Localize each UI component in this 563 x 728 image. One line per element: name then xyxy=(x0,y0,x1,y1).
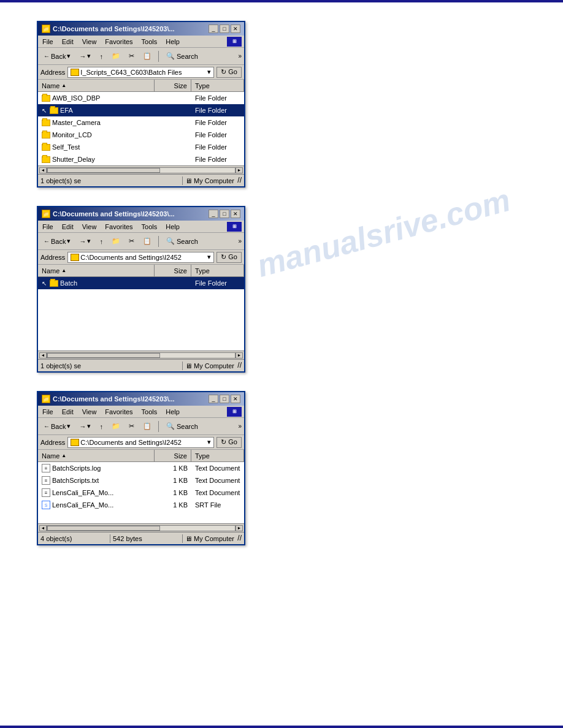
menu-view-2[interactable]: View xyxy=(80,222,99,231)
maximize-button-2[interactable]: □ xyxy=(220,210,229,218)
file-name: Self_Test xyxy=(52,143,80,151)
file-name: BatchScripts.txt xyxy=(52,477,99,484)
menu-file-1[interactable]: File xyxy=(40,37,55,46)
minimize-button-2[interactable]: _ xyxy=(209,210,218,218)
minimize-button-3[interactable]: _ xyxy=(209,395,218,403)
forward-dropdown-1[interactable]: ▾ xyxy=(87,52,91,60)
resize-grip-1[interactable]: // xyxy=(234,177,242,184)
maximize-button-1[interactable]: □ xyxy=(220,25,229,33)
toolbar-more-3[interactable]: » xyxy=(238,423,242,430)
address-input-2[interactable]: C:\Documents and Settings\I2452 ▾ xyxy=(67,252,214,263)
up-button-2[interactable]: ↑ xyxy=(96,235,106,248)
h-scrollbar-3[interactable] xyxy=(47,525,236,531)
scroll-left-1[interactable]: ◄ xyxy=(39,167,47,173)
menu-file-2[interactable]: File xyxy=(40,222,55,231)
folders-button-2[interactable]: 📁 xyxy=(109,235,123,248)
forward-button-1[interactable]: → ▾ xyxy=(76,50,94,63)
menu-help-1[interactable]: Help xyxy=(164,37,182,46)
back-button-3[interactable]: ← Back ▾ xyxy=(40,420,74,433)
menu-file-3[interactable]: File xyxy=(40,408,55,416)
up-button-1[interactable]: ↑ xyxy=(96,50,106,63)
menu-tools-2[interactable]: Tools xyxy=(140,222,159,231)
menu-favorites-3[interactable]: Favorites xyxy=(103,408,134,416)
menu-tools-1[interactable]: Tools xyxy=(140,37,159,46)
address-input-1[interactable]: I_Scripts_C643_C603\Batch Files ▾ xyxy=(67,67,214,78)
menu-tools-3[interactable]: Tools xyxy=(140,408,159,416)
table-row[interactable]: ≡ BatchScripts.log 1 KB Text Document xyxy=(38,462,244,474)
address-dropdown-2[interactable]: ▾ xyxy=(207,253,211,261)
table-row[interactable]: Master_Camera File Folder xyxy=(38,116,244,129)
menu-view-3[interactable]: View xyxy=(80,408,99,416)
maximize-button-3[interactable]: □ xyxy=(220,395,229,403)
col-header-name-1[interactable]: Name ▲ xyxy=(38,80,155,91)
menu-edit-2[interactable]: Edit xyxy=(60,222,75,231)
close-button-2[interactable]: ✕ xyxy=(231,210,240,218)
copy-button-2[interactable]: 📋 xyxy=(140,235,155,248)
toolbar-more-2[interactable]: » xyxy=(238,238,242,245)
copy-button-3[interactable]: 📋 xyxy=(140,420,155,433)
address-dropdown-1[interactable]: ▾ xyxy=(207,68,211,76)
h-scrollbar-2[interactable] xyxy=(47,352,236,358)
go-button-3[interactable]: ↻ Go xyxy=(216,437,242,448)
table-row[interactable]: S LensCali_EFA_Mo... 1 KB SRT File xyxy=(38,499,244,511)
forward-button-3[interactable]: → ▾ xyxy=(76,420,94,433)
back-dropdown-3[interactable]: ▾ xyxy=(67,422,71,430)
close-button-1[interactable]: ✕ xyxy=(231,25,240,33)
col-header-name-3[interactable]: Name ▲ xyxy=(38,450,155,461)
scroll-left-2[interactable]: ◄ xyxy=(39,352,47,358)
table-row[interactable]: AWB_ISO_DBP File Folder xyxy=(38,92,244,104)
scroll-left-3[interactable]: ◄ xyxy=(39,525,47,531)
menu-help-3[interactable]: Help xyxy=(164,408,182,416)
toolbar-more-1[interactable]: » xyxy=(238,53,242,59)
table-row[interactable]: ≡ LensCali_EFA_Mo... 1 KB Text Document xyxy=(38,487,244,499)
forward-dropdown-3[interactable]: ▾ xyxy=(87,422,91,430)
col-header-size-3[interactable]: Size xyxy=(155,450,191,461)
menu-view-1[interactable]: View xyxy=(80,37,99,46)
col-header-size-2[interactable]: Size xyxy=(155,265,191,276)
address-input-3[interactable]: C:\Documents and Settings\I2452 ▾ xyxy=(67,437,214,448)
close-button-3[interactable]: ✕ xyxy=(231,395,240,403)
col-header-type-3[interactable]: Type xyxy=(191,450,244,461)
minimize-button-1[interactable]: _ xyxy=(209,25,218,33)
scroll-right-2[interactable]: ► xyxy=(236,352,243,358)
address-dropdown-3[interactable]: ▾ xyxy=(207,438,211,446)
search-button-3[interactable]: 🔍 Search xyxy=(163,420,201,433)
col-header-type-2[interactable]: Type xyxy=(191,265,244,276)
col-header-size-1[interactable]: Size xyxy=(155,80,191,91)
back-dropdown-2[interactable]: ▾ xyxy=(67,237,71,245)
table-row[interactable]: ↖ EFA File Folder xyxy=(38,104,244,116)
table-row[interactable]: Shutter_Delay File Folder xyxy=(38,153,244,165)
col-header-type-1[interactable]: Type xyxy=(191,80,244,91)
resize-grip-2[interactable]: // xyxy=(234,362,242,370)
search-button-1[interactable]: 🔍 Search xyxy=(163,50,201,63)
menu-edit-1[interactable]: Edit xyxy=(60,37,75,46)
search-button-2[interactable]: 🔍 Search xyxy=(163,235,201,248)
scroll-right-1[interactable]: ► xyxy=(236,167,243,173)
back-button-2[interactable]: ← Back ▾ xyxy=(40,235,74,248)
copy-button-1[interactable]: 📋 xyxy=(140,50,155,63)
menu-edit-3[interactable]: Edit xyxy=(60,408,75,416)
folders-button-3[interactable]: 📁 xyxy=(109,420,123,433)
table-row[interactable]: Self_Test File Folder xyxy=(38,141,244,153)
forward-button-2[interactable]: → ▾ xyxy=(76,235,94,248)
cut-button-1[interactable]: ✂ xyxy=(126,50,137,63)
resize-grip-3[interactable]: // xyxy=(234,535,242,542)
col-header-name-2[interactable]: Name ▲ xyxy=(38,265,155,276)
cut-button-3[interactable]: ✂ xyxy=(126,420,137,433)
go-button-2[interactable]: ↻ Go xyxy=(216,252,242,263)
menu-favorites-1[interactable]: Favorites xyxy=(103,37,134,46)
back-dropdown-1[interactable]: ▾ xyxy=(67,52,71,60)
forward-dropdown-2[interactable]: ▾ xyxy=(87,237,91,245)
menu-favorites-2[interactable]: Favorites xyxy=(103,222,134,231)
table-row[interactable]: Monitor_LCD File Folder xyxy=(38,129,244,141)
back-button-1[interactable]: ← Back ▾ xyxy=(40,50,74,63)
table-row[interactable]: ↖ Batch File Folder xyxy=(38,277,244,289)
cut-button-2[interactable]: ✂ xyxy=(126,235,137,248)
folders-button-1[interactable]: 📁 xyxy=(109,50,123,63)
menu-help-2[interactable]: Help xyxy=(164,222,182,231)
up-button-3[interactable]: ↑ xyxy=(96,420,106,433)
h-scrollbar-1[interactable] xyxy=(47,167,236,173)
table-row[interactable]: ≡ BatchScripts.txt 1 KB Text Document xyxy=(38,474,244,487)
go-button-1[interactable]: ↻ Go xyxy=(216,67,242,78)
scroll-right-3[interactable]: ► xyxy=(236,525,243,531)
